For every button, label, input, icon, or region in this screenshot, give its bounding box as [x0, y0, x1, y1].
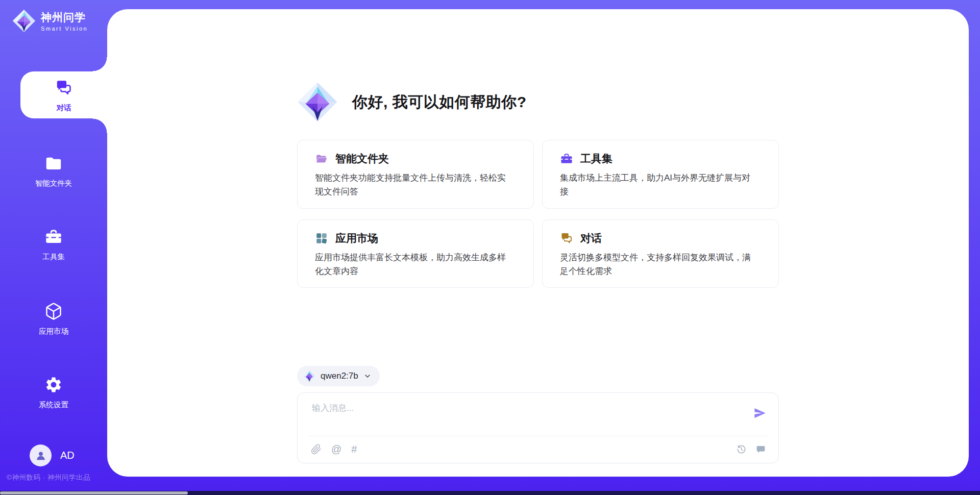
avatar: [30, 444, 52, 466]
brand-name: 神州问学: [41, 10, 88, 24]
history-button[interactable]: [736, 444, 747, 455]
sidebar-item-label: 工具集: [42, 252, 65, 262]
feature-cards: 智能文件夹 智能文件夹功能支持批量文件上传与清洗，轻松实现文件问答 工具集 集成…: [297, 140, 779, 288]
sidebar-item-label: 对话: [57, 103, 71, 113]
mention-button[interactable]: @: [331, 444, 341, 454]
main-panel: 你好, 我可以如何帮助你? 智能文件夹 智能文件夹功能支持批量文件上传与清洗，轻…: [107, 9, 969, 477]
model-name: qwen2:7b: [321, 371, 358, 381]
composer-divider: [308, 436, 768, 436]
at-icon: @: [331, 444, 341, 454]
card-description: 智能文件夹功能支持批量文件上传与清洗，轻松实现文件问答: [315, 171, 511, 199]
chat-bubbles-icon: [560, 232, 573, 245]
card-description: 集成市场上主流工具，助力AI与外界无缝扩展与对接: [560, 171, 756, 199]
horizontal-scrollbar-track[interactable]: [0, 491, 980, 495]
paperclip-icon: [311, 444, 322, 455]
feature-card-chat[interactable]: 对话 灵活切换多模型文件，支持多样回复效果调试，满足个性化需求: [542, 219, 779, 288]
send-icon: [753, 406, 767, 420]
toolbox-icon: [560, 152, 573, 165]
feature-card-smart-folder[interactable]: 智能文件夹 智能文件夹功能支持批量文件上传与清洗，轻松实现文件问答: [297, 140, 534, 209]
card-title: 应用市场: [335, 231, 378, 245]
chat-bubble-icon: [755, 444, 766, 455]
person-icon: [34, 449, 47, 462]
send-button[interactable]: [752, 406, 767, 422]
chat-log-button[interactable]: [755, 444, 766, 455]
sidebar-item-label: 智能文件夹: [35, 179, 72, 188]
composer: @ #: [297, 392, 779, 463]
hashtag-button[interactable]: #: [351, 444, 357, 454]
sidebar-item-toolset[interactable]: 工具集: [0, 228, 107, 262]
user-profile[interactable]: AD: [30, 444, 75, 466]
toolbox-icon: [44, 228, 63, 246]
sidebar-item-smart-folder[interactable]: 智能文件夹: [0, 154, 107, 188]
card-title: 对话: [580, 231, 602, 245]
sidebar-item-chat[interactable]: 对话: [20, 79, 107, 113]
sidebar-item-label: 系统设置: [39, 400, 68, 410]
feature-card-app-market[interactable]: 应用市场 应用市场提供丰富长文本模板，助力高效生成多样化文章内容: [297, 219, 534, 288]
model-selector[interactable]: qwen2:7b: [297, 366, 380, 386]
app-grid-icon: [315, 232, 328, 245]
sidebar-item-app-market[interactable]: 应用市场: [0, 302, 107, 336]
message-input[interactable]: [312, 402, 730, 432]
folder-open-icon: [315, 152, 328, 165]
sidebar: 神州问学 Smart Vision 对话 智能文件夹 工具集: [0, 0, 107, 495]
brand-subtitle: Smart Vision: [41, 26, 88, 32]
cube-icon: [44, 302, 63, 320]
attach-button[interactable]: [311, 444, 322, 455]
feature-card-toolset[interactable]: 工具集 集成市场上主流工具，助力AI与外界无缝扩展与对接: [542, 140, 779, 209]
greeting: 你好, 我可以如何帮助你?: [297, 82, 779, 122]
greeting-text: 你好, 我可以如何帮助你?: [352, 92, 527, 113]
model-logo-icon: [303, 370, 315, 382]
card-description: 应用市场提供丰富长文本模板，助力高效生成多样化文章内容: [315, 251, 511, 279]
greeting-logo-icon: [297, 82, 338, 122]
user-name-label: AD: [60, 450, 75, 461]
gear-icon: [44, 376, 63, 394]
card-title: 智能文件夹: [335, 152, 389, 166]
tab-fillet-top: [93, 57, 107, 71]
copyright-text: ©神州数码 · 神州问学出品: [7, 473, 90, 482]
chevron-down-icon: [363, 372, 372, 380]
card-description: 灵活切换多模型文件，支持多样回复效果调试，满足个性化需求: [560, 251, 756, 279]
tab-fillet-bottom: [93, 118, 107, 133]
hash-icon: #: [351, 444, 357, 454]
chat-bubbles-icon: [55, 79, 73, 97]
brand-logo-icon: [12, 9, 36, 33]
card-title: 工具集: [580, 152, 612, 166]
folder-icon: [44, 154, 63, 172]
brand: 神州问学 Smart Vision: [12, 9, 88, 33]
horizontal-scrollbar-thumb[interactable]: [0, 491, 188, 494]
history-icon: [736, 444, 747, 455]
sidebar-item-settings[interactable]: 系统设置: [0, 376, 107, 410]
sidebar-item-label: 应用市场: [39, 327, 68, 336]
